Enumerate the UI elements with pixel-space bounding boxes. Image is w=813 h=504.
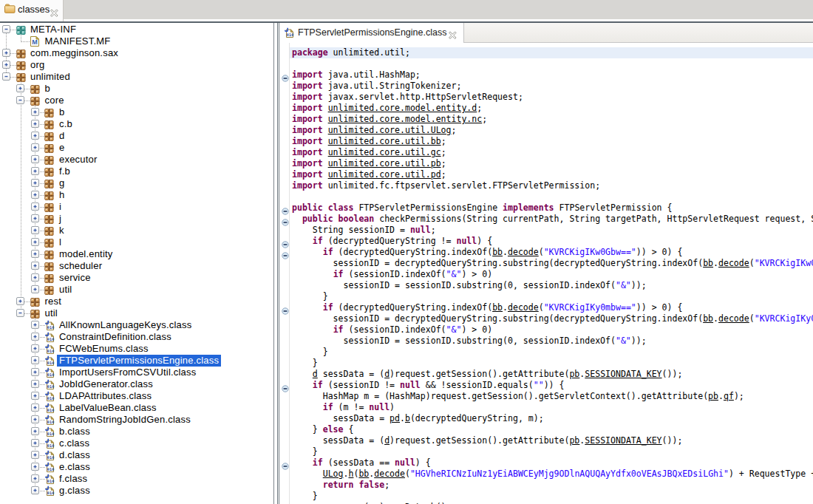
expand-expander-icon[interactable] [31, 415, 39, 423]
code-line[interactable]: import unlimited.core.util.pd; [290, 169, 813, 180]
tree-row[interactable]: j [0, 213, 273, 225]
close-icon[interactable] [449, 29, 457, 42]
expand-expander-icon[interactable] [31, 321, 39, 329]
code-link[interactable]: pd [390, 413, 400, 423]
tree-row[interactable]: scheduler [0, 260, 273, 272]
code-line[interactable]: } else { [290, 424, 813, 435]
code-link[interactable]: unlimited.core.model.entity.nc [328, 114, 483, 124]
fold-collapse-icon[interactable] [282, 238, 289, 245]
code-line[interactable]: import unlimited.core.model.entity.nc; [290, 114, 813, 125]
fold-collapse-icon[interactable] [282, 304, 289, 312]
expand-expander-icon[interactable] [31, 262, 39, 270]
tree-row[interactable]: util [0, 284, 273, 296]
code-line[interactable]: HashMap m = (HashMap)request.getSession(… [290, 391, 813, 402]
fold-gutter[interactable] [279, 43, 289, 504]
code-line[interactable] [290, 58, 813, 69]
code-line[interactable]: } [290, 347, 813, 358]
code-line[interactable]: if (decryptedQueryString.indexOf(bb.deco… [290, 247, 813, 258]
code-line[interactable]: return false; [290, 480, 813, 491]
code-line[interactable]: } [290, 291, 813, 302]
code-line[interactable]: if (decryptedQueryString.indexOf(bb.deco… [290, 302, 813, 313]
code-line[interactable]: import unlimited.core.util.ULog; [290, 125, 813, 136]
code-line[interactable]: if (sessionID != null && !sessionID.equa… [290, 380, 813, 391]
expand-expander-icon[interactable] [31, 333, 39, 341]
fold-collapse-icon[interactable] [282, 216, 289, 223]
tree-row[interactable]: META-INF [0, 24, 273, 35]
code-line[interactable]: if (decryptedQueryString != null) { [290, 236, 813, 247]
tree-row-selected[interactable]: 010FTPServletPermissionsEngine.class [0, 355, 273, 367]
fold-collapse-icon[interactable] [282, 460, 289, 467]
expand-expander-icon[interactable] [31, 179, 39, 187]
expand-expander-icon[interactable] [31, 486, 39, 494]
code-line[interactable]: String sessionID = null; [290, 225, 813, 236]
code-line[interactable]: sessData = pd.b(decryptedQueryString, m)… [290, 413, 813, 424]
expand-expander-icon[interactable] [31, 143, 39, 151]
code-line[interactable]: if (sessionID.indexOf("&") > 0) [290, 269, 813, 280]
code-line[interactable]: } [290, 358, 813, 369]
code-line[interactable]: import java.util.HashMap; [290, 69, 813, 81]
code-line[interactable]: public boolean checkPermissions(String c… [290, 214, 813, 225]
code-line[interactable]: ULog.h(bb.decode("HGVheRICNzIuNz1yEiABWC… [290, 469, 813, 480]
fold-collapse-icon[interactable] [282, 382, 289, 389]
tree-row[interactable]: org [0, 59, 273, 71]
expand-expander-icon[interactable] [31, 474, 39, 483]
code-line[interactable]: sessData = (d)request.getSession().getAt… [290, 435, 813, 446]
code-link[interactable]: decode [508, 247, 539, 257]
tree-row[interactable]: com.megginson.sax [0, 47, 273, 59]
code-line[interactable]: package unlimited.util; [290, 47, 813, 58]
collapse-expander-icon[interactable] [16, 309, 24, 317]
fold-collapse-icon[interactable] [282, 249, 289, 256]
tree-row[interactable]: 010ConstraintDefinition.class [0, 331, 273, 343]
collapse-expander-icon[interactable] [16, 96, 24, 104]
tree-row[interactable]: 010g.class [0, 485, 273, 497]
tree-row[interactable]: 010JobIdGenerator.class [0, 378, 273, 390]
tree-row[interactable]: c.b [0, 118, 273, 130]
tree-row[interactable]: service [0, 272, 273, 284]
expand-expander-icon[interactable] [31, 132, 39, 140]
expand-expander-icon[interactable] [31, 368, 39, 376]
code-line[interactable]: sessionID = decryptedQueryString.substri… [290, 258, 813, 269]
expand-expander-icon[interactable] [31, 356, 39, 364]
code-line[interactable]: sessionID = sessionID.substring(0, sessi… [290, 336, 813, 347]
tree-row[interactable]: i [0, 201, 273, 213]
code-link[interactable]: pb [569, 369, 579, 379]
code-link[interactable]: decode [374, 469, 405, 479]
code-link[interactable]: b [405, 413, 410, 423]
code-link[interactable]: unlimited.core.util.ULog [328, 125, 452, 135]
code-line[interactable]: sessionID = decryptedQueryString.substri… [290, 313, 813, 324]
tree-row[interactable]: h [0, 189, 273, 201]
tree-row[interactable]: 010b.class [0, 426, 273, 437]
tree-row[interactable]: 010FCWebEnums.class [0, 343, 273, 355]
expand-expander-icon[interactable] [31, 380, 39, 388]
expand-expander-icon[interactable] [31, 238, 39, 246]
tree-row[interactable]: rest [0, 296, 273, 307]
collapse-expander-icon[interactable] [2, 25, 10, 33]
code-link[interactable]: unlimited.core.util.gc [328, 147, 441, 157]
expand-expander-icon[interactable] [31, 439, 39, 447]
tree-row[interactable]: b [0, 83, 273, 95]
tree-row[interactable]: d [0, 130, 273, 142]
expand-expander-icon[interactable] [31, 427, 39, 435]
tree-row[interactable]: executor [0, 154, 273, 166]
code-link[interactable]: unlimited.core.util.pd [328, 169, 441, 180]
expand-expander-icon[interactable] [31, 214, 39, 222]
fold-collapse-icon[interactable] [282, 72, 289, 79]
tree-row[interactable]: MMANIFEST.MF [0, 35, 273, 47]
expand-expander-icon[interactable] [16, 84, 24, 92]
code-line[interactable]: import unlimited.core.util.pb; [290, 158, 813, 169]
code-link[interactable]: bb [492, 302, 503, 313]
code-link[interactable]: ULog [323, 469, 344, 479]
close-icon[interactable] [50, 7, 58, 20]
code-link[interactable]: pb [569, 435, 579, 446]
tree-row[interactable]: 010f.class [0, 473, 273, 485]
expand-expander-icon[interactable] [31, 108, 39, 116]
tree-row[interactable]: 010RandomStringJobIdGen.class [0, 414, 273, 426]
tab-classes[interactable]: classes [0, 0, 64, 21]
code-link[interactable]: bb [703, 258, 713, 268]
code-line[interactable]: import unlimited.core.util.bb; [290, 136, 813, 147]
tree-row[interactable]: 010e.class [0, 461, 273, 473]
package-tree-panel[interactable]: META-INF MMANIFEST.MF com.megginson.sax … [0, 23, 274, 504]
expand-expander-icon[interactable] [31, 155, 39, 163]
code-line[interactable]: if (m != null) [290, 402, 813, 413]
expand-expander-icon[interactable] [16, 297, 24, 305]
